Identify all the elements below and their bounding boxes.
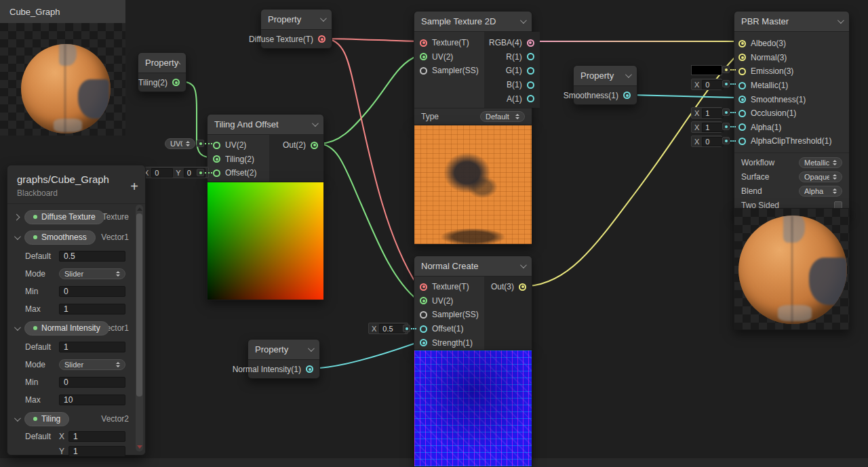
port-out3-output[interactable] [519,283,526,291]
port-b-output[interactable] [527,81,534,89]
chevron-down-icon[interactable] [320,15,327,22]
node-pbr-master[interactable]: PBR Master Albedo(3) Normal(3) Emission(… [734,11,850,217]
port-occlusion-input[interactable] [738,110,746,117]
edge-smoothness-to-pbr-smoothness[interactable] [630,95,736,98]
node-property-normal-intensity[interactable]: Property Normal Intensity(1) [248,339,320,379]
port-normal-input[interactable] [738,54,746,61]
port-a-output[interactable] [527,95,534,102]
node-sample-texture-2d[interactable]: Sample Texture 2D Texture(T) UV(2) Sampl… [414,11,532,125]
port-out2-output[interactable] [311,142,318,149]
normal-offset-field[interactable]: 0.5 [379,324,405,333]
edge-diffuse-to-sample-texture[interactable] [325,39,418,41]
type-dropdown[interactable]: Default [480,111,525,122]
scroll-down-icon[interactable] [137,445,142,449]
uv-channel-dropdown[interactable]: UV0 [165,138,195,149]
blackboard-header[interactable]: graphs/Cube_Graph Blackboard + [7,165,145,204]
port-offset-input[interactable] [213,169,220,177]
graph-tab[interactable]: Cube_Graph [0,0,125,23]
edge-out2-to-normalcreate-uv[interactable] [319,144,418,300]
port-rgba-output[interactable] [527,39,534,47]
port-smoothness-input[interactable] [738,96,746,103]
port-sampler-input[interactable] [420,67,427,75]
offset-x-field[interactable]: 0 [151,168,173,178]
alpha-widget[interactable]: X 1 [691,121,722,133]
chevron-down-icon[interactable] [312,120,319,127]
property-pill-diffuse[interactable]: Diffuse Texture [24,210,104,224]
surface-dropdown[interactable]: Opaque [799,171,842,182]
port-normal-intensity-output[interactable] [306,365,313,373]
metallic-widget[interactable]: X 0 [691,79,722,90]
alpha-field[interactable]: 1 [702,123,724,132]
node-property-tiling[interactable]: Property Tiling(2) [138,52,186,92]
node-property-smoothness-header[interactable]: Property [574,66,637,86]
node-normal-create-header[interactable]: Normal Create [414,256,532,277]
chevron-down-icon[interactable] [625,71,632,78]
node-property-diffuse[interactable]: Property Diffuse Texture(T) [260,9,332,49]
port-diffuse-output[interactable] [318,35,326,43]
edge-normalintensity-to-strength[interactable] [313,342,418,368]
workflow-dropdown[interactable]: Metallic [799,157,842,168]
metallic-field[interactable]: 0 [702,80,724,89]
blackboard-panel[interactable]: graphs/Cube_Graph Blackboard + Diffuse T… [7,165,146,455]
normal-intensity-mode-dropdown[interactable]: Slider [59,359,125,370]
alpha-clip-widget[interactable]: X 0 [691,136,722,147]
occlusion-field[interactable]: 1 [702,108,724,118]
port-tiling-input[interactable] [213,155,220,163]
normal-intensity-default-field[interactable]: 1 [59,342,125,352]
port-metallic-input[interactable] [738,82,746,89]
node-property-normal-intensity-header[interactable]: Property [248,340,319,360]
port-sampler-input[interactable] [420,311,427,319]
smoothness-min-field[interactable]: 0 [59,286,125,297]
port-g-output[interactable] [527,67,534,75]
node-pbr-master-header[interactable]: PBR Master [734,12,849,32]
port-texture-input[interactable] [420,39,427,47]
occlusion-widget[interactable]: X 1 [691,107,722,119]
property-pill-normal-intensity[interactable]: Normal Intensity [24,321,109,336]
normal-intensity-min-field[interactable]: 0 [59,377,125,388]
port-uv-input[interactable] [420,53,427,60]
chevron-down-icon[interactable] [14,415,21,422]
scrollbar-thumb[interactable] [136,214,142,397]
scroll-up-icon[interactable] [137,207,142,211]
port-smoothness-output[interactable] [623,92,631,99]
alpha-clip-field[interactable]: 0 [702,137,724,146]
tiling-y-field[interactable]: 1 [68,446,125,457]
node-sample-texture-header[interactable]: Sample Texture 2D [414,12,532,32]
port-emission-input[interactable] [738,68,746,75]
port-tiling-output[interactable] [172,79,180,86]
chevron-right-icon[interactable] [14,214,20,220]
node-tiling-and-offset[interactable]: Tiling And Offset UV(2) Tiling(2) Offset… [207,114,324,183]
port-alphaclip-input[interactable] [738,138,746,145]
chevron-down-icon[interactable] [520,262,527,268]
port-alpha-input[interactable] [738,123,746,131]
blend-dropdown[interactable]: Alpha [799,186,842,197]
port-offset-input[interactable] [420,325,427,333]
add-property-button[interactable]: + [130,182,138,191]
port-texture-input[interactable] [420,283,427,291]
edge-diffuse-to-normalcreate-texture[interactable] [325,39,418,286]
edge-out2-to-sample-uv[interactable] [319,56,418,144]
tiling-x-field[interactable]: 1 [68,431,125,442]
chevron-down-icon[interactable] [308,345,315,352]
node-property-smoothness[interactable]: Property Smoothness(1) [573,65,637,105]
port-uv-input[interactable] [213,142,220,149]
chevron-down-icon[interactable] [14,324,21,331]
node-property-tiling-header[interactable]: Property [138,53,186,73]
emission-color-swatch[interactable] [691,65,722,75]
node-tiling-offset-header[interactable]: Tiling And Offset [208,115,323,135]
property-pill-tiling[interactable]: Tiling [24,412,69,426]
shader-graph-canvas[interactable]: Cube_Graph Property Tiling(2) Property D… [0,0,868,467]
smoothness-max-field[interactable]: 1 [59,304,125,314]
smoothness-mode-dropdown[interactable]: Slider [59,268,125,279]
node-normal-create[interactable]: Normal Create Texture(T) UV(2) Sampler(S… [414,256,532,351]
port-albedo-input[interactable] [738,40,746,47]
chevron-down-icon[interactable] [837,17,844,24]
normal-intensity-max-field[interactable]: 10 [59,394,125,405]
property-pill-smoothness[interactable]: Smoothness [24,230,96,245]
chevron-down-icon[interactable] [14,233,21,240]
blackboard-scrollbar[interactable] [136,205,143,451]
port-strength-input[interactable] [420,339,427,346]
port-uv-input[interactable] [420,297,427,304]
node-property-diffuse-header[interactable]: Property [261,9,332,30]
smoothness-default-field[interactable]: 0.5 [59,251,125,262]
